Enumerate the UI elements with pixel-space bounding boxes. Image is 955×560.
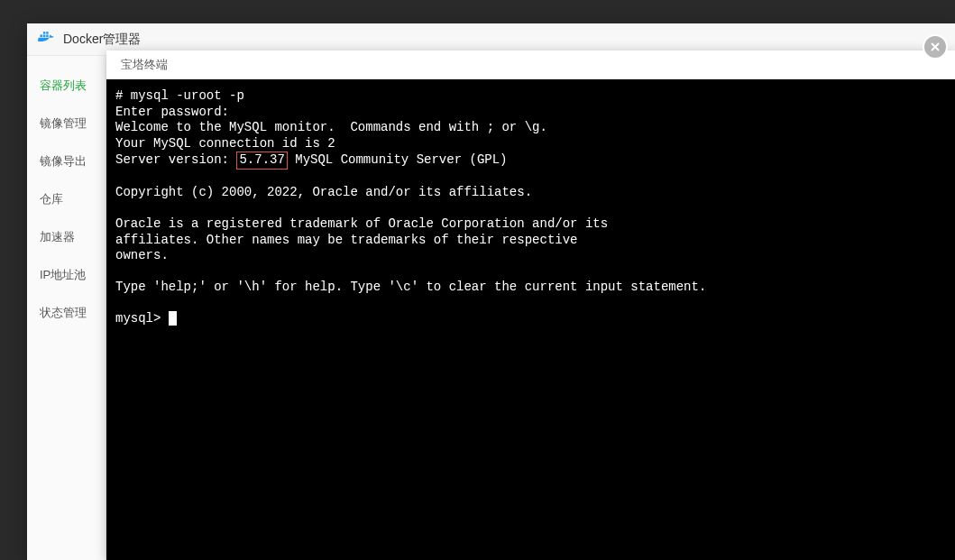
modal-title: Docker管理器 bbox=[63, 32, 141, 48]
terminal-line: Welcome to the MySQL monitor. Commands e… bbox=[115, 120, 547, 134]
terminal-title: 宝塔终端 bbox=[106, 50, 955, 79]
terminal-line: Copyright (c) 2000, 2022, Oracle and/or … bbox=[115, 185, 532, 199]
sidebar-item-export[interactable]: 镜像导出 bbox=[27, 142, 106, 180]
svg-rect-2 bbox=[46, 35, 49, 38]
svg-rect-4 bbox=[46, 32, 49, 34]
sidebar-item-accelerator[interactable]: 加速器 bbox=[27, 218, 106, 256]
terminal-line: owners. bbox=[115, 248, 169, 262]
close-icon bbox=[929, 41, 941, 53]
sidebar-item-images[interactable]: 镜像管理 bbox=[27, 105, 106, 142]
close-button[interactable] bbox=[923, 34, 948, 60]
terminal-output[interactable]: # mysql -uroot -p Enter password: Welcom… bbox=[106, 79, 955, 560]
terminal-modal: 宝塔终端 # mysql -uroot -p Enter password: W… bbox=[106, 50, 955, 560]
sidebar: 容器列表 镜像管理 镜像导出 仓库 加速器 IP地址池 状态管理 bbox=[27, 56, 106, 560]
terminal-line: Enter password: bbox=[115, 105, 229, 119]
terminal-line: # mysql -uroot -p bbox=[115, 88, 244, 103]
svg-rect-0 bbox=[41, 35, 43, 38]
terminal-line: Server version: bbox=[115, 152, 236, 167]
terminal-cursor bbox=[169, 311, 177, 326]
version-highlight: 5.7.37 bbox=[236, 151, 287, 170]
terminal-line: MySQL Community Server (GPL) bbox=[288, 152, 508, 167]
sidebar-item-containers[interactable]: 容器列表 bbox=[27, 67, 106, 105]
terminal-prompt: mysql> bbox=[115, 311, 169, 326]
sidebar-item-registry[interactable]: 仓库 bbox=[27, 180, 106, 218]
terminal-line: Oracle is a registered trademark of Orac… bbox=[115, 216, 608, 231]
svg-rect-3 bbox=[43, 32, 46, 34]
svg-rect-1 bbox=[43, 35, 46, 38]
terminal-line: affiliates. Other names may be trademark… bbox=[115, 233, 577, 247]
sidebar-item-ip-pool[interactable]: IP地址池 bbox=[27, 256, 106, 294]
terminal-line: Your MySQL connection id is 2 bbox=[115, 136, 335, 151]
docker-icon bbox=[38, 30, 56, 49]
terminal-line: Type 'help;' or '\h' for help. Type '\c'… bbox=[115, 280, 706, 294]
sidebar-item-status[interactable]: 状态管理 bbox=[27, 294, 106, 332]
